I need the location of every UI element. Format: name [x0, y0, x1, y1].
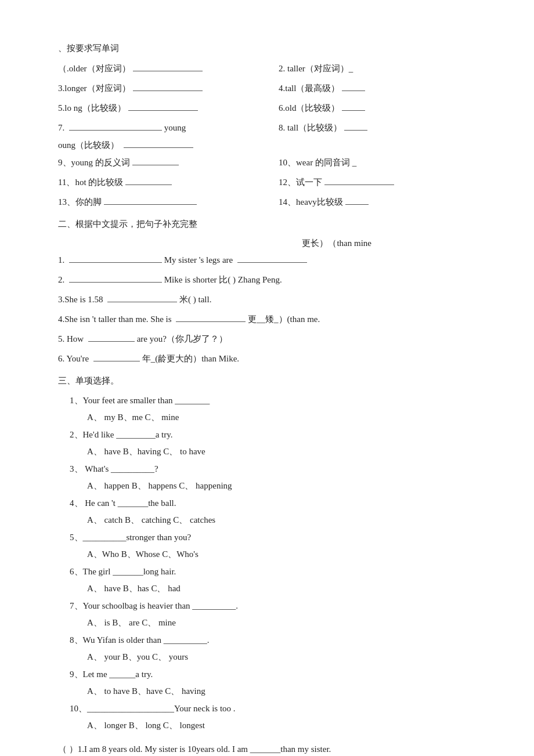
blank-s5a [88, 341, 135, 342]
mc-opt7: A、 is B、 are C、 mine [87, 614, 488, 631]
blank-s6a [93, 361, 140, 361]
mc-q5: 5、__________stronger than you? [70, 529, 488, 546]
mc-item-3: 3、 What's __________? A、 happen B、 happe… [70, 461, 488, 494]
mc-item-5: 5、__________stronger than you? A、Who B、W… [70, 529, 488, 562]
section2-title: 二、根据中文提示，把句子补充完整 [58, 216, 488, 232]
mc-opt8: A、 your B、you C、 yours [87, 649, 488, 665]
vocab-item-6a: 11、hot 的比较级 [58, 173, 267, 191]
sentence-6: 6. You're 年_(龄更大的）than Mike. [58, 350, 488, 367]
mc-q6: 6、The girl _______long hair. [70, 563, 488, 580]
sentence-1: 1. My sister 's legs are [58, 251, 488, 269]
mc-item-10: 10、____________________Your neck is too … [70, 700, 488, 733]
vocab-item-1a: （.older（对应词） [58, 60, 267, 77]
vocab-text-1b: 2. taller（对应词）_ [279, 60, 353, 77]
vocab-blank-5a [132, 165, 179, 165]
mc-opt6: A、 have B、has C、 had [87, 580, 488, 597]
vocab-blank-7a [104, 204, 197, 205]
vocab-row-5: 9、young 的反义词 10、wear 的同音词 _ [58, 154, 488, 171]
section2-label: 二、根据中文提示，把句子补充完整 [58, 219, 197, 229]
vocab-item-2b: 4.tall（最高级） [279, 79, 488, 97]
mc-opt2: A、 have B、having C、 to have [87, 443, 488, 460]
sentence-3: 3.She is 1.58 米( ) tall. [58, 291, 488, 308]
vocab-item-7b: 14、heavy比较级 [279, 193, 488, 211]
vocab-blank-1a [133, 71, 203, 71]
vocab-row-3: 5.lo ng（比较级） 6.old（比较级） [58, 99, 488, 117]
vocab-blank-4a-2 [124, 147, 193, 148]
vocab-text-1a: （.older（对应词） [58, 60, 131, 77]
mc-opt4: A、 catch B、 catching C、 catches [87, 512, 488, 529]
mc-opt10: A、 longer B、 long C、 longest [87, 717, 488, 734]
section1-label: 、按要求写单词 [58, 44, 119, 53]
mc-q4: 4、 He can 't _______the ball. [70, 495, 488, 512]
vocab-blank-6b [324, 185, 394, 185]
vocab-item-2a: 3.longer（对应词） [58, 79, 267, 97]
mc-opt3: A、 happen B、 happens C、 happening [87, 478, 488, 494]
vocab-item-7a: 13、你的脚 [58, 193, 267, 211]
section2: 二、根据中文提示，把句子补充完整 更长）（than mine 1. My sis… [58, 216, 488, 367]
vocab-row-7: 13、你的脚 14、heavy比较级 [58, 193, 488, 211]
vocab-text-3b: 6.old（比较级） [279, 99, 340, 117]
blank-s2a [69, 282, 162, 283]
vocab-blank-4b [344, 130, 367, 131]
mc-item-2: 2、He'd like _________a try. A、 have B、ha… [70, 426, 488, 460]
vocab-item-3b: 6.old（比较级） [279, 99, 488, 117]
vocab-text-4a-1: 7. [58, 123, 64, 132]
mc-item-7: 7、Your schoolbag is heavier than _______… [70, 598, 488, 631]
vocab-section: （.older（对应词） 2. taller（对应词）_ 3.longer（对应… [58, 60, 488, 211]
section3-label: 三、单项选择。 [58, 376, 119, 385]
mc-q8: 8、Wu Yifan is older than __________. [70, 632, 488, 649]
blank-s4a [176, 321, 246, 322]
blank-s3a [107, 302, 177, 302]
mc-item-8: 8、Wu Yifan is older than __________. A、 … [70, 632, 488, 665]
vocab-text-2a: 3.longer（对应词） [58, 79, 131, 97]
mc-item-6: 6、The girl _______long hair. A、 have B、h… [70, 563, 488, 596]
section3: 三、单项选择。 1、Your feet are smaller than ___… [58, 373, 488, 733]
section4-item1: （ ）1.I am 8 years old. My sister is 10ye… [58, 740, 488, 756]
mc-q2: 2、He'd like _________a try. [70, 426, 488, 443]
vocab-item-5a: 9、young 的反义词 [58, 154, 267, 171]
vocab-blank-7b [345, 204, 369, 205]
vocab-text-3a: 5.lo ng（比较级） [58, 99, 126, 117]
vocab-item-4b: 8. tall（比较级） [279, 119, 488, 154]
vocab-text-7a: 13、你的脚 [58, 193, 102, 211]
mc-item-4: 4、 He can 't _______the ball. A、 catch B… [70, 495, 488, 528]
mc-opt1: A、 my B、me C、 mine [87, 409, 488, 426]
mc-q9: 9、Let me ______a try. [70, 666, 488, 683]
sentence-2: 2. Mike is shorter 比( ) Zhang Peng. [58, 271, 488, 288]
section2-hint: 更长）（than mine [58, 236, 488, 251]
vocab-text-6b: 12、试一下 [279, 173, 322, 191]
mc-opt5: A、Who B、Whose C、Who's [87, 546, 488, 563]
section1-title: 、按要求写单词 [58, 41, 488, 56]
vocab-item-6b: 12、试一下 [279, 173, 488, 191]
vocab-text-4a-3: oung（比较级） [58, 140, 119, 150]
mc-q1: 1、Your feet are smaller than ________ [70, 392, 488, 409]
section3-title: 三、单项选择。 [58, 373, 488, 389]
vocab-blank-2b [342, 91, 365, 91]
vocab-text-4a-2: young [164, 123, 186, 132]
sentence-5: 5. How are you?（你几岁了？） [58, 330, 488, 348]
sentence-4: 4.She isn 't taller than me. She is 更__矮… [58, 310, 488, 328]
vocab-blank-3a [128, 110, 198, 111]
vocab-text-5a: 9、young 的反义词 [58, 154, 130, 171]
blank-s1b [237, 262, 307, 263]
vocab-row-6: 11、hot 的比较级 12、试一下 [58, 173, 488, 191]
vocab-item-1b: 2. taller（对应词）_ [279, 60, 488, 77]
vocab-item-3a: 5.lo ng（比较级） [58, 99, 267, 117]
vocab-row-1: （.older（对应词） 2. taller（对应词）_ [58, 60, 488, 77]
vocab-item-5b: 10、wear 的同音词 _ [279, 154, 488, 171]
vocab-text-5b: 10、wear 的同音词 _ [279, 154, 356, 171]
section4: （ ）1.I am 8 years old. My sister is 10ye… [58, 740, 488, 756]
vocab-text-4b: 8. tall（比较级） [279, 119, 342, 136]
page-container: 、按要求写单词 （.older（对应词） 2. taller（对应词）_ 3.l… [58, 41, 488, 756]
mc-item-1: 1、Your feet are smaller than ________ A、… [70, 392, 488, 425]
vocab-blank-3b [342, 110, 365, 111]
vocab-item-4a: 7. young oung（比较级） [58, 119, 267, 154]
vocab-text-2b: 4.tall（最高级） [279, 79, 340, 97]
vocab-blank-2a [133, 91, 203, 91]
mc-opt9: A、 to have B、have C、 having [87, 683, 488, 700]
hint-text: 更长）（than mine [302, 238, 371, 248]
vocab-row-4: 7. young oung（比较级） 8. tall（比较级） [58, 119, 488, 154]
mc-q10: 10、____________________Your neck is too … [70, 700, 488, 717]
vocab-text-7b: 14、heavy比较级 [279, 193, 343, 211]
mc-item-9: 9、Let me ______a try. A、 to have B、have … [70, 666, 488, 699]
